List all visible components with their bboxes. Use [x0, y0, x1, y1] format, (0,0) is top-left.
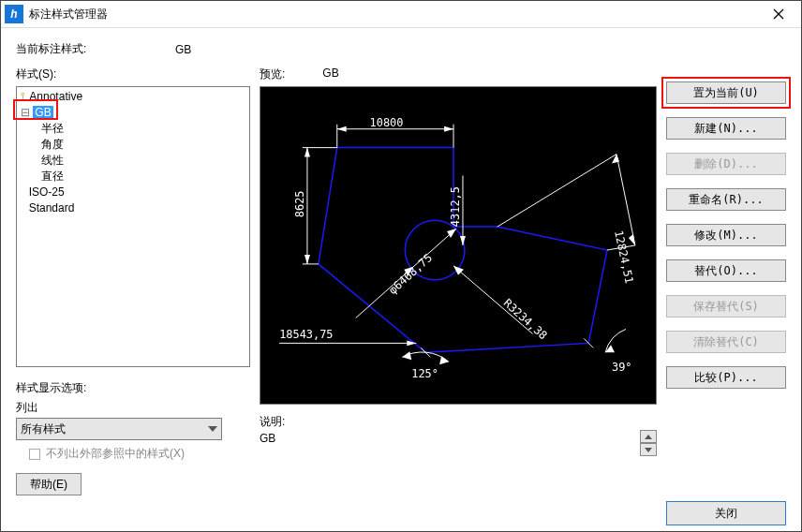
- svg-marker-24: [460, 236, 466, 245]
- delete-button: 删除(D)...: [666, 153, 786, 175]
- tree-item-label: 线性: [39, 154, 66, 167]
- styles-tree[interactable]: ⟟ Annotative⊟ GB 半径 角度 线性 直径 ISO-25 Stan…: [16, 86, 250, 367]
- dim-phi: φ6468,75: [386, 251, 435, 297]
- tree-item-label: GB: [33, 106, 52, 119]
- exclude-xref-checkbox[interactable]: 不列出外部参照中的样式(X): [29, 446, 250, 462]
- triangle-down-icon: [645, 448, 652, 452]
- checkbox-label: 不列出外部参照中的样式(X): [46, 446, 185, 462]
- content-area: 当前标注样式: GB 样式(S): ⟟ Annotative⊟ GB 半径 角度…: [1, 28, 801, 532]
- preview-label: 预览:: [260, 66, 285, 82]
- preview-header: 预览: GB: [260, 66, 657, 82]
- current-style-row: 当前标注样式: GB: [16, 41, 786, 57]
- dim-top: 10800: [370, 116, 404, 129]
- checkbox-icon: [29, 449, 40, 460]
- right-button-column: 置为当前(U) 新建(N)... 删除(D)... 重命名(R)... 修改(M…: [666, 66, 786, 495]
- current-style-label: 当前标注样式:: [16, 41, 175, 57]
- svg-marker-21: [447, 229, 456, 238]
- preview-svg: 10800 8625 18543,75: [260, 87, 656, 404]
- dim-bottom-left: 18543,75: [279, 328, 333, 341]
- tree-item-label: Standard: [27, 201, 77, 214]
- clear-override-button: 清除替代(C): [666, 331, 786, 353]
- dim-radius-short: 4312,5: [449, 186, 462, 227]
- description-spinner: [640, 430, 657, 456]
- styles-display-label: 样式显示选项:: [16, 380, 250, 396]
- modify-button[interactable]: 修改(M)...: [666, 224, 786, 246]
- collapse-icon[interactable]: ⊟: [21, 106, 30, 119]
- dropdown-value: 所有样式: [21, 421, 66, 437]
- main-area: 样式(S): ⟟ Annotative⊟ GB 半径 角度 线性 直径 ISO-…: [16, 66, 786, 495]
- dim-angle1: 125°: [411, 367, 438, 380]
- svg-line-17: [498, 155, 616, 228]
- dim-radius-r: R3234,38: [501, 296, 550, 342]
- spinner-up-button[interactable]: [640, 430, 657, 443]
- rename-button[interactable]: 重命名(R)...: [666, 188, 786, 211]
- tree-item[interactable]: ⟟ Annotative: [17, 89, 249, 105]
- svg-marker-19: [629, 234, 635, 245]
- chevron-down-icon: [208, 426, 217, 432]
- svg-marker-11: [304, 148, 310, 157]
- styles-filter-dropdown[interactable]: 所有样式: [16, 418, 222, 440]
- save-override-button: 保存替代(S): [666, 295, 786, 318]
- window-title: 标注样式管理器: [29, 7, 760, 22]
- list-label: 列出: [16, 400, 250, 416]
- styles-display-section: 样式显示选项: 列出 所有样式 不列出外部参照中的样式(X): [16, 380, 250, 462]
- tree-item[interactable]: 线性: [17, 153, 249, 169]
- set-current-button[interactable]: 置为当前(U): [666, 81, 786, 104]
- tree-item[interactable]: Standard: [17, 200, 249, 216]
- new-button[interactable]: 新建(N)...: [666, 117, 786, 140]
- spinner-down-button[interactable]: [640, 443, 657, 456]
- compare-button[interactable]: 比较(P)...: [666, 366, 786, 389]
- tree-item-label: 角度: [39, 138, 66, 151]
- window-close-button[interactable]: [760, 1, 797, 27]
- middle-column: 预览: GB 10800: [260, 66, 657, 495]
- tree-item-label: ISO-25: [27, 185, 67, 199]
- app-icon: h: [5, 5, 23, 23]
- styles-label: 样式(S):: [16, 66, 250, 82]
- close-button[interactable]: 关闭: [666, 501, 786, 525]
- tree-item[interactable]: 角度: [17, 137, 249, 153]
- description-label: 说明:: [260, 414, 657, 430]
- dim-left: 8625: [293, 190, 306, 217]
- tree-item[interactable]: 直径: [17, 169, 249, 185]
- description-text: GB: [260, 430, 634, 447]
- triangle-up-icon: [645, 435, 652, 439]
- tree-item-label: Annotative: [27, 90, 84, 103]
- svg-marker-6: [337, 126, 347, 132]
- left-column: 样式(S): ⟟ Annotative⊟ GB 半径 角度 线性 直径 ISO-…: [16, 66, 250, 495]
- svg-marker-7: [444, 126, 453, 132]
- set-current-wrap: 置为当前(U): [666, 81, 786, 104]
- current-style-value: GB: [175, 43, 191, 56]
- tree-item[interactable]: ISO-25: [17, 185, 249, 200]
- preview-canvas: 10800 8625 18543,75: [260, 86, 657, 405]
- tree-item-label: 直径: [39, 170, 66, 183]
- close-icon: [773, 8, 784, 20]
- dim-angle2: 39°: [612, 361, 632, 374]
- tree-item-label: 半径: [39, 122, 66, 135]
- svg-marker-12: [304, 255, 310, 264]
- svg-marker-27: [402, 351, 411, 360]
- override-button[interactable]: 替代(O)...: [666, 259, 786, 282]
- help-button[interactable]: 帮助(E): [16, 473, 82, 495]
- titlebar: h 标注样式管理器: [1, 1, 801, 28]
- tree-item[interactable]: 半径: [17, 121, 249, 137]
- footer-row: 关闭: [16, 501, 786, 525]
- styles-tree-wrap: ⟟ Annotative⊟ GB 半径 角度 线性 直径 ISO-25 Stan…: [16, 86, 250, 367]
- annotative-icon: ⟟: [21, 90, 24, 103]
- dimension-style-manager-window: h 标注样式管理器 当前标注样式: GB 样式(S): ⟟ Annotative…: [0, 0, 802, 532]
- tree-item[interactable]: ⊟ GB: [17, 105, 249, 121]
- preview-style-name: GB: [322, 66, 338, 82]
- description-box: GB: [260, 430, 657, 456]
